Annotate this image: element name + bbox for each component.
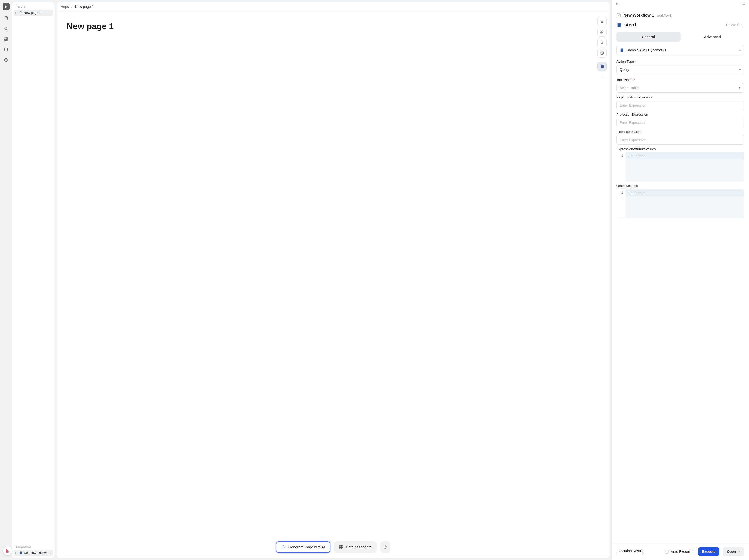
subpage-tree-item[interactable]: › workflow1 (New … — [14, 550, 53, 556]
tool-add[interactable] — [598, 72, 606, 82]
tool-hash[interactable] — [598, 17, 606, 26]
dynamodb-icon — [620, 48, 624, 52]
workflow-icon — [616, 13, 621, 18]
dynamodb-icon — [600, 64, 604, 69]
svg-point-1 — [5, 39, 7, 40]
tool-bolt[interactable] — [598, 27, 606, 37]
datasource-select[interactable]: Sample AWS DynamoDB ▲▼ — [616, 45, 745, 55]
other-code-editor[interactable]: 1 Enter code — [619, 189, 745, 218]
search-icon[interactable] — [3, 26, 8, 31]
svg-point-4 — [6, 59, 6, 60]
chevron-right-icon: › — [15, 551, 18, 555]
svg-point-10 — [601, 66, 603, 67]
svg-point-26 — [618, 26, 621, 27]
svg-point-3 — [5, 60, 5, 60]
file-icon — [19, 11, 23, 15]
tool-history[interactable] — [598, 49, 606, 58]
datasource-value: Sample AWS DynamoDB — [626, 48, 666, 52]
dynamodb-icon — [616, 22, 622, 27]
keycondition-input[interactable] — [616, 100, 745, 110]
action-type-value: Query — [620, 68, 629, 72]
page-icon[interactable] — [3, 16, 8, 21]
page-list-label: Page list — [14, 4, 53, 9]
other-settings-label: Other Settings — [616, 184, 745, 188]
action-type-label: Action Type* — [616, 60, 745, 63]
page-tree-item[interactable]: › New page 1 — [14, 9, 53, 16]
svg-point-5 — [7, 60, 7, 60]
page-item-label: New page 1 — [24, 11, 41, 15]
open-button[interactable]: Open — [723, 547, 745, 556]
page-title: New page 1 — [67, 21, 599, 31]
collapse-panel-icon[interactable] — [615, 2, 619, 7]
chevron-right-icon: › — [15, 11, 18, 15]
svg-point-13 — [283, 547, 283, 547]
svg-rect-23 — [617, 14, 620, 17]
projection-input[interactable] — [616, 118, 745, 127]
chevrons-up-icon — [737, 550, 741, 553]
generate-ai-button[interactable]: Generate Page with AI — [276, 541, 330, 553]
workflow-header: New Workflow 1 workflow1 — [612, 9, 749, 19]
tool-datasource-active[interactable] — [598, 62, 606, 71]
settings-icon[interactable] — [3, 37, 8, 42]
projection-label: ProjectionExpression — [616, 113, 745, 116]
svg-rect-16 — [341, 545, 343, 547]
tablename-select[interactable]: Select Table ▼ — [616, 83, 745, 93]
brand-logo[interactable] — [3, 546, 12, 556]
svg-point-8 — [20, 553, 22, 554]
svg-point-28 — [621, 50, 623, 51]
caret-down-icon: ▼ — [739, 87, 741, 89]
svg-point-14 — [284, 547, 284, 547]
svg-rect-15 — [339, 545, 341, 547]
svg-point-20 — [742, 4, 743, 4]
svg-point-0 — [4, 27, 7, 30]
svg-rect-18 — [341, 548, 343, 549]
filter-input[interactable] — [616, 135, 745, 144]
execution-result-tab[interactable]: Execution Result — [616, 549, 643, 555]
more-icon[interactable] — [742, 2, 746, 7]
step-name[interactable]: step1 — [624, 22, 637, 27]
svg-point-2 — [4, 48, 7, 49]
eav-label: ExpressionAttributeValues — [616, 147, 745, 151]
svg-point-11 — [601, 67, 603, 68]
subpage-item-label: workflow1 (New … — [24, 551, 52, 555]
svg-point-29 — [621, 51, 623, 52]
bottom-actions: Generate Page with AI Data dashboard — [276, 541, 390, 553]
action-type-select[interactable]: Query ▲▼ — [616, 65, 745, 74]
database-icon[interactable] — [3, 47, 8, 52]
data-dashboard-button[interactable]: Data dashboard — [334, 541, 377, 553]
tool-branch[interactable] — [598, 38, 606, 47]
checkbox-icon — [665, 550, 669, 554]
workflow-id: workflow1 — [657, 14, 671, 17]
action-overflow[interactable] — [380, 541, 390, 553]
svg-rect-12 — [282, 546, 285, 548]
tablename-label: TableName* — [616, 78, 745, 82]
keycondition-label: KeyConditionExpression — [616, 95, 745, 99]
svg-rect-17 — [339, 548, 341, 549]
breadcrumb-current: New page 1 — [75, 4, 94, 8]
execute-button[interactable]: Execute — [698, 547, 720, 556]
svg-point-7 — [20, 553, 22, 554]
svg-point-21 — [743, 4, 744, 4]
palette-icon[interactable] — [3, 58, 8, 63]
config-tabs: General Advanced — [616, 32, 745, 42]
page-sidebar: Page list › New page 1 Subpage list › wo… — [12, 2, 55, 558]
filter-label: FilterExpression — [616, 130, 745, 134]
svg-point-22 — [745, 4, 745, 4]
workflow-title: New Workflow 1 — [623, 13, 654, 18]
avatar[interactable]: H — [2, 3, 9, 10]
breadcrumb-root[interactable]: Hops — [61, 4, 69, 8]
tab-general[interactable]: General — [616, 32, 681, 42]
delete-step-button[interactable]: Delete Step — [726, 23, 745, 27]
updown-icon: ▲▼ — [739, 68, 741, 71]
subpage-list-label: Subpage list — [14, 544, 53, 550]
dynamodb-icon — [19, 551, 23, 555]
canvas-tool-strip — [598, 17, 606, 82]
svg-point-25 — [618, 24, 621, 26]
auto-execution-checkbox[interactable]: Auto Execution — [665, 550, 694, 554]
icon-sidebar: H — [0, 0, 12, 560]
tab-advanced[interactable]: Advanced — [681, 32, 745, 42]
updown-icon: ▲▼ — [739, 49, 741, 51]
eav-code-editor[interactable]: 1 Enter code — [619, 152, 745, 181]
config-panel: New Workflow 1 workflow1 step1 Delete St… — [612, 0, 749, 560]
breadcrumb: Hops / New page 1 — [57, 2, 609, 11]
